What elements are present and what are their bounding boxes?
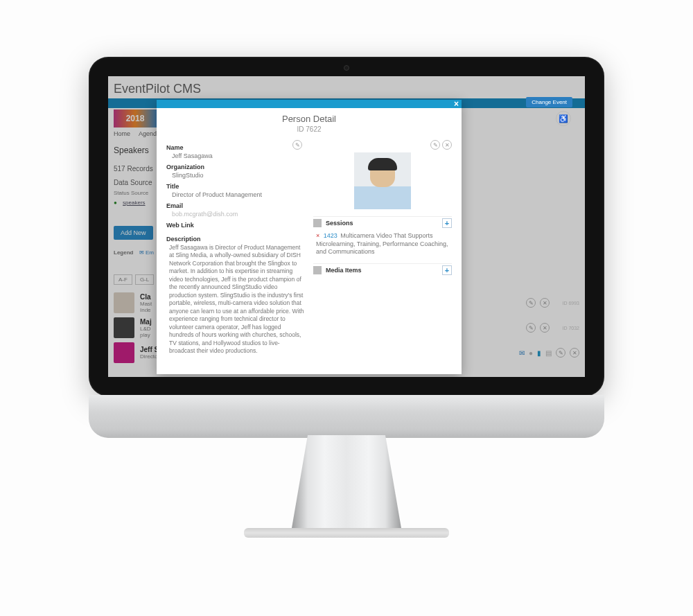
nav-home[interactable]: Home (114, 130, 130, 137)
avatar (114, 317, 134, 338)
status-dot-icon: ● (114, 200, 117, 206)
edit-icon[interactable]: ✎ (556, 348, 565, 358)
row-id: ID 6993 (562, 301, 579, 306)
person-photo (354, 152, 411, 209)
edit-photo-icon[interactable]: ✎ (430, 140, 440, 150)
data-source-columns: Status Source (114, 190, 148, 196)
edit-icon[interactable]: ✎ (526, 323, 536, 333)
title-label: Title (166, 183, 305, 190)
edit-icon[interactable]: ✎ (526, 298, 536, 308)
delete-icon[interactable]: ✕ (570, 348, 579, 358)
media-header: Media Items + (313, 263, 452, 276)
legend-email-icon: ✉ Em (139, 249, 154, 256)
filter-af[interactable]: A-F (114, 274, 132, 285)
add-session-button[interactable]: + (442, 218, 452, 228)
delete-photo-icon[interactable]: ✕ (442, 140, 452, 150)
monitor-stand-base (244, 528, 449, 538)
media-label: Media Items (326, 267, 442, 274)
session-item[interactable]: × 1423 Multicamera Video That Supports M… (316, 232, 452, 256)
change-event-button[interactable]: Change Event (526, 97, 572, 107)
weblink-label: Web Link (166, 222, 305, 229)
page-title: Speakers (114, 146, 149, 155)
edit-name-icon[interactable]: ✎ (292, 140, 302, 150)
camera-dot (344, 65, 349, 71)
data-source-label: Data Source (114, 179, 152, 186)
row-id: ID 7032 (562, 326, 579, 331)
monitor-frame: EventPilot CMS Change Event 2018 ♿ Home … (89, 57, 604, 396)
sessions-header: Sessions + (313, 216, 452, 229)
delete-icon[interactable]: ✕ (540, 323, 550, 333)
sessions-icon (313, 219, 322, 227)
description-label: Description (166, 236, 305, 243)
delete-icon[interactable]: ✕ (540, 298, 550, 308)
modal-title: Person Detail (157, 114, 462, 124)
brand-title: EventPilot CMS (114, 82, 201, 96)
data-source-link[interactable]: speakers (123, 200, 145, 206)
record-count: 517 Records (114, 165, 153, 173)
name-value: Jeff Sasagawa (172, 152, 305, 159)
add-media-button[interactable]: + (442, 265, 452, 275)
monitor-stand-neck (291, 435, 402, 532)
media-icon (313, 266, 322, 274)
modal-subtitle: ID 7622 (157, 125, 462, 133)
legend-row: Legend ✉ Em (114, 249, 154, 256)
user-round-icon[interactable]: ♿ (556, 111, 571, 126)
email-label: Email (166, 202, 305, 209)
add-new-button[interactable]: Add New (114, 226, 153, 240)
org-value: SlingStudio (172, 172, 305, 179)
session-id[interactable]: 1423 (324, 232, 337, 239)
filter-gl[interactable]: G-L (135, 274, 154, 285)
sessions-label: Sessions (326, 220, 442, 227)
close-icon[interactable]: × (454, 99, 459, 109)
name-label: Name (166, 144, 305, 151)
email-value: bob.mcgrath@dish.com (172, 211, 305, 218)
filter-pills: A-F G-L (114, 274, 154, 285)
event-logo-badge: 2018 (114, 109, 157, 127)
mail-icon[interactable]: ✉ (519, 349, 525, 357)
org-label: Organization (166, 164, 305, 170)
remove-session-icon[interactable]: × (316, 232, 319, 239)
doc-icon[interactable]: ▮ (537, 349, 541, 357)
description-value: Jeff Sasagawa is Director of Product Man… (169, 244, 305, 355)
modal-header: × (157, 100, 462, 108)
title-value: Director of Product Management (172, 191, 305, 198)
monitor-chin (89, 395, 604, 438)
legend-label: Legend (114, 249, 133, 256)
person-detail-modal: × Person Detail ID 7622 ✎ Name Jeff Sasa… (157, 100, 462, 374)
avatar (114, 342, 134, 363)
data-source-row: ● speakers (114, 200, 146, 206)
screen: EventPilot CMS Change Event 2018 ♿ Home … (108, 76, 585, 377)
cal-icon[interactable]: ▤ (545, 349, 552, 357)
avatar (114, 292, 134, 313)
gray-dot-icon: ● (529, 349, 533, 357)
